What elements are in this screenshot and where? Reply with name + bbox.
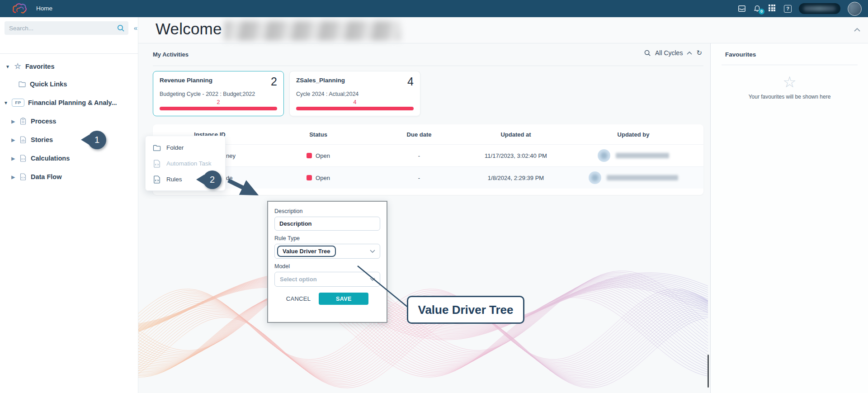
activities-search-icon[interactable] [644,49,651,57]
column-header[interactable]: Due date [370,131,468,138]
updated-at-cell: 1/8/2024, 2:29:39 PM [468,175,563,181]
welcome-banner: Welcome [138,17,868,43]
cycles-filter[interactable]: All Cycles [655,49,683,57]
search-input[interactable] [5,25,117,32]
notifications-bell-icon[interactable]: 0 [753,5,761,13]
updated-by-cell [563,149,703,162]
stories-doc-icon [19,136,27,144]
cancel-button[interactable]: CANCEL [286,295,311,302]
due-date-cell: - [370,152,468,159]
tree-item-label: Financial Planning & Analy... [28,99,117,106]
tree-item-label: Quick Links [30,80,67,88]
caret-right-icon[interactable]: ▶ [11,137,15,142]
tree-item-stories[interactable]: ▶ Stories [11,134,53,146]
tree-item-quick-links[interactable]: Quick Links [18,78,67,90]
top-bar: Home 0 ? [0,0,868,17]
home-nav-label[interactable]: Home [36,0,52,17]
status-open-icon [307,175,312,180]
column-header[interactable]: Updated at [468,131,563,138]
card-progress-bar [296,107,414,110]
annotation-step-2-badge: 2 [203,170,222,189]
table-row[interactable]: de Open - 1/8/2024, 2:29:39 PM [153,167,703,189]
redacted-user-name [616,153,669,158]
tree-item-label: Process [31,118,56,125]
tree-item-favorites[interactable]: ▼ ☆ Favorites [5,61,54,72]
menu-item-folder[interactable]: Folder [146,140,225,156]
sidebar-search-box [5,21,128,35]
caret-right-icon[interactable]: ▶ [11,175,15,180]
caret-down-icon[interactable]: ▼ [5,64,10,69]
status-cell: Open [267,175,370,181]
tree-item-data-flow[interactable]: ▶ Data Flow [11,171,61,183]
tree-item-label: Favorites [25,63,54,70]
table-row[interactable]: ney Open - 11/17/2023, 3:02:40 PM [153,145,703,166]
scrollbar-thumb[interactable] [708,355,709,388]
callout-tail [81,135,89,145]
brand-cloud-logo[interactable] [12,2,27,15]
activity-card-zsales-planning[interactable]: ZSales_Planning 4 Cycle 2024 : Actual;20… [289,71,420,116]
rule-type-label: Rule Type [274,235,380,241]
activities-table: Instance ID Status Due date Updated at U… [153,124,703,195]
menu-item-label: Rules [166,176,182,183]
tree-item-process[interactable]: ▶ Process [11,115,56,127]
save-button[interactable]: SAVE [319,293,368,305]
menu-item-label: Folder [166,144,184,151]
welcome-divider [138,43,868,43]
card-subtitle: Budgeting Cycle - 2022 : Budget;2022 [160,91,277,97]
card-title: Revenue Planning [160,77,212,84]
menu-item-label: Automation Task [166,160,212,167]
refresh-icon[interactable]: ↻ [696,50,702,56]
callout-tail [196,175,204,185]
table-header-row: Instance ID Status Due date Updated at U… [153,124,703,144]
column-header[interactable]: Status [267,131,370,138]
tree-item-label: Calculations [31,155,70,162]
folder-icon [18,80,26,88]
notification-count-badge: 0 [759,9,764,14]
automation-task-icon [153,160,161,168]
app-launcher-icon[interactable] [769,5,777,13]
model-select[interactable]: Select option [274,272,380,287]
user-avatar[interactable] [848,2,862,16]
chevron-down-icon [370,278,375,281]
banner-collapse-chevron-icon[interactable] [854,27,861,33]
description-input[interactable] [274,217,380,231]
tree-item-label: Data Flow [31,173,61,180]
caret-right-icon[interactable]: ▶ [11,119,15,124]
due-date-cell: - [370,175,468,181]
avatar [598,149,610,162]
tree-item-label: Stories [31,136,53,143]
inbox-icon[interactable] [738,5,746,13]
tree-item-calculations[interactable]: ▶ Calculations [11,152,70,164]
process-doc-icon [19,117,27,125]
caret-down-icon[interactable]: ▼ [4,100,8,105]
my-activities-title: My Activities [153,51,189,58]
sidebar-collapse-icon[interactable]: « [134,24,137,32]
search-icon[interactable] [117,24,125,32]
rule-type-select[interactable]: Value Driver Tree [274,244,380,259]
activity-card-revenue-planning[interactable]: Revenue Planning 2 Budgeting Cycle - 202… [153,71,284,116]
redacted-user-name [607,175,678,180]
tree-item-financial-planning[interactable]: ▼ FP Financial Planning & Analy... [4,97,117,109]
cycles-collapse-chevron-icon[interactable] [687,51,692,55]
favourites-empty-text: Your favourites will be shown here [711,94,868,100]
redacted-user-name [224,21,401,41]
avatar [589,171,601,184]
card-count: 4 [407,75,414,88]
card-title: ZSales_Planning [296,77,345,84]
column-header[interactable]: Updated by [563,131,703,138]
card-progress-count: 2 [160,99,277,105]
caret-right-icon[interactable]: ▶ [11,156,15,161]
model-placeholder: Select option [277,276,317,283]
card-progress-count: 4 [296,99,414,105]
card-subtitle: Cycle 2024 : Actual;2024 [296,91,414,97]
user-account-pill-redacted[interactable] [799,3,840,14]
app-root: Home 0 ? « [0,0,868,393]
redacted-text [803,6,836,11]
help-icon[interactable]: ? [784,5,792,13]
status-cell: Open [267,152,370,159]
sidebar-divider [0,53,138,54]
menu-item-automation-task: Automation Task [146,156,225,171]
rules-icon [153,175,161,184]
annotation-step-1-badge: 1 [88,131,106,149]
code-doc-icon [19,154,27,162]
